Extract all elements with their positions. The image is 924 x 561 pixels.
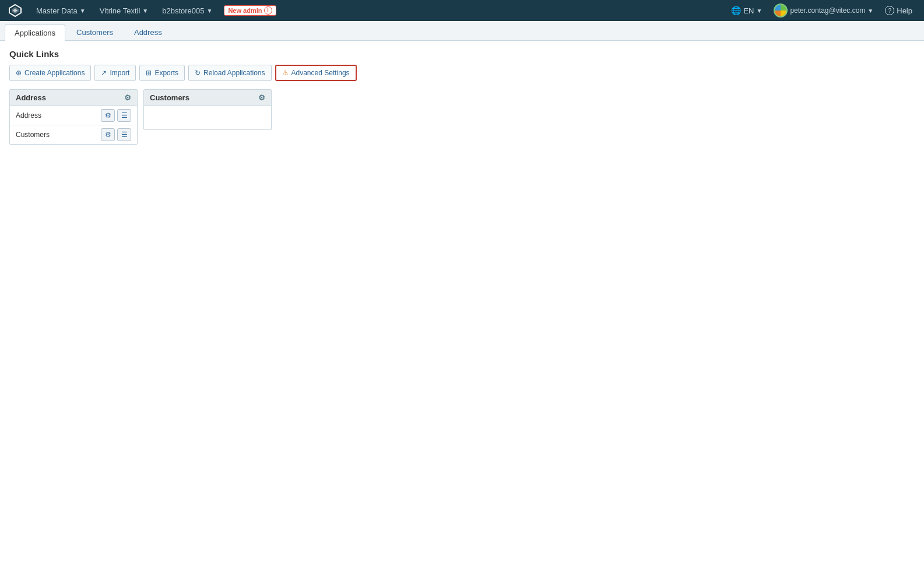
help-label: Help (897, 6, 912, 15)
address-list-icon: ☰ (121, 111, 128, 120)
address-card-header: Address ⚙ (10, 90, 137, 106)
address-settings-button[interactable]: ⚙ (101, 109, 115, 122)
customers-gear-icon: ⚙ (105, 131, 111, 139)
customers-row: Customers ⚙ ☰ (10, 125, 137, 144)
new-admin-badge[interactable]: New admin i (224, 5, 276, 16)
nav-master-data[interactable]: Master Data ▼ (29, 0, 93, 21)
customers-list-icon: ☰ (121, 131, 128, 139)
exports-button[interactable]: ⊞ Exports (139, 65, 185, 81)
customers-card-gear-icon[interactable]: ⚙ (258, 93, 265, 102)
language-label: EN (743, 6, 754, 15)
navbar: Master Data ▼ Vitrine Textil ▼ b2bstore0… (0, 0, 924, 21)
tab-customers[interactable]: Customers (66, 24, 123, 40)
info-icon: i (264, 6, 272, 15)
globe-icon: 🌐 (731, 6, 741, 15)
grid-icon: ⊞ (146, 69, 152, 77)
quick-links-bar: ⊕ Create Applications ↗ Import ⊞ Exports… (9, 65, 915, 81)
app-logo (7, 2, 23, 19)
tab-address[interactable]: Address (124, 24, 172, 40)
address-row-actions: ⚙ ☰ (101, 109, 131, 122)
main-content: Quick Links ⊕ Create Applications ↗ Impo… (0, 41, 924, 153)
address-card-title: Address (16, 93, 46, 102)
navbar-right: 🌐 EN ▼ peter.contag@vitec.com ▼ ? Help (726, 0, 917, 21)
address-row: Address ⚙ ☰ (10, 106, 137, 125)
tab-bar: Applications Customers Address (0, 21, 924, 41)
address-gear-icon: ⚙ (105, 111, 111, 120)
address-card: Address ⚙ Address ⚙ ☰ Custome (9, 89, 138, 145)
customers-card-title: Customers (150, 93, 189, 102)
nav-b2bstore005[interactable]: b2bstore005 ▼ (155, 0, 219, 21)
address-list-button[interactable]: ☰ (117, 109, 131, 122)
customers-list-button[interactable]: ☰ (117, 128, 131, 141)
address-row-label: Address (16, 111, 41, 120)
customers-card-header: Customers ⚙ (144, 90, 271, 106)
warning-icon: ⚠ (282, 69, 289, 77)
user-menu[interactable]: peter.contag@vitec.com ▼ (769, 0, 878, 21)
help-icon: ? (885, 6, 894, 15)
avatar (774, 3, 788, 17)
quick-links-title: Quick Links (9, 49, 915, 59)
nav-b2bstore005-label: b2bstore005 (162, 6, 204, 15)
address-card-gear-icon[interactable]: ⚙ (124, 93, 131, 102)
language-selector[interactable]: 🌐 EN ▼ (726, 0, 767, 21)
reload-applications-button[interactable]: ↻ Reload Applications (188, 65, 271, 81)
nav-vitrine-textil-chevron: ▼ (142, 8, 148, 14)
reload-icon: ↻ (195, 69, 201, 77)
plus-circle-icon: ⊕ (16, 69, 22, 77)
new-admin-label: New admin (228, 7, 262, 14)
create-applications-button[interactable]: ⊕ Create Applications (9, 65, 91, 81)
customers-row-label: Customers (16, 131, 50, 139)
language-chevron: ▼ (757, 8, 763, 14)
nav-master-data-chevron: ▼ (80, 8, 86, 14)
import-button[interactable]: ↗ Import (94, 65, 136, 81)
customers-card: Customers ⚙ (143, 89, 272, 130)
user-chevron: ▼ (867, 8, 873, 14)
nav-b2bstore005-chevron: ▼ (207, 8, 213, 14)
tab-applications[interactable]: Applications (5, 24, 65, 41)
help-button[interactable]: ? Help (880, 0, 917, 21)
cards-row: Address ⚙ Address ⚙ ☰ Custome (9, 89, 915, 145)
import-icon: ↗ (101, 69, 107, 77)
nav-vitrine-textil-label: Vitrine Textil (100, 6, 140, 15)
user-email: peter.contag@vitec.com (790, 6, 865, 15)
customers-row-actions: ⚙ ☰ (101, 128, 131, 141)
nav-vitrine-textil[interactable]: Vitrine Textil ▼ (93, 0, 156, 21)
customers-settings-button[interactable]: ⚙ (101, 128, 115, 141)
nav-master-data-label: Master Data (36, 6, 78, 15)
address-card-body: Address ⚙ ☰ Customers ⚙ (10, 106, 137, 144)
advanced-settings-button[interactable]: ⚠ Advanced Settings (275, 65, 357, 81)
